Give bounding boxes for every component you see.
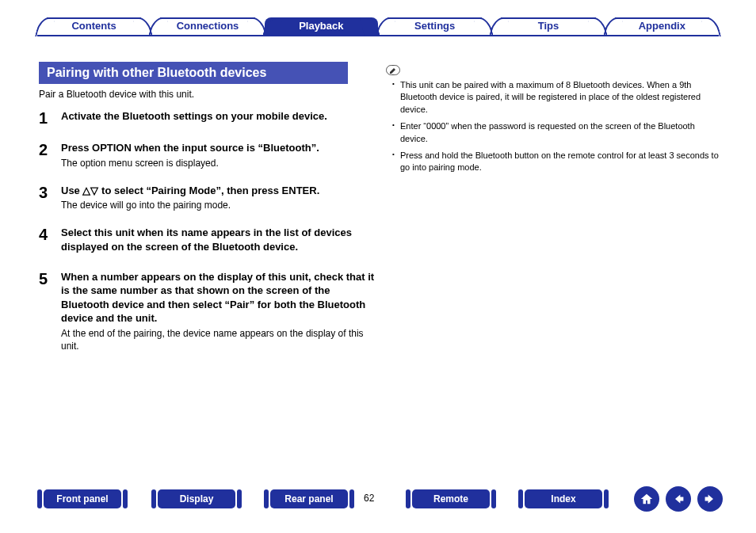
- step-title: When a number appears on the display of …: [61, 270, 376, 326]
- tab-appendix[interactable]: Appendix: [605, 17, 719, 35]
- tab-tips[interactable]: Tips: [491, 17, 605, 35]
- bottom-rear-panel[interactable]: Rear panel: [270, 489, 348, 508]
- notes-list: This unit can be paired with a maximum o…: [392, 79, 721, 179]
- home-icon[interactable]: [634, 486, 659, 512]
- note-item: Enter “0000” when the password is reques…: [392, 120, 721, 145]
- step-4: 4 Select this unit when its name appears…: [39, 226, 376, 255]
- step-3: 3 Use △▽ to select “Pairing Mode”, then …: [39, 184, 376, 212]
- bottom-bar: Front panel Display Rear panel 62 Remote…: [0, 489, 756, 521]
- step-title: Select this unit when its name appears i…: [61, 226, 376, 253]
- step-number: 1: [39, 109, 61, 127]
- step-sub: At the end of the pairing, the device na…: [61, 327, 376, 352]
- step-title: Activate the Bluetooth settings on your …: [61, 109, 327, 124]
- next-icon[interactable]: [697, 486, 723, 512]
- step-sub: The option menu screen is displayed.: [61, 157, 319, 169]
- step-title: Use △▽ to select “Pairing Mode”, then pr…: [61, 184, 319, 198]
- step-number: 5: [39, 270, 61, 353]
- note-item: Press and hold the Bluetooth button on t…: [392, 150, 721, 174]
- note-icon: [386, 65, 400, 75]
- bottom-front-panel[interactable]: Front panel: [44, 489, 121, 508]
- prev-icon[interactable]: [666, 486, 691, 512]
- step-5: 5 When a number appears on the display o…: [39, 270, 376, 353]
- tab-settings[interactable]: Settings: [378, 17, 491, 35]
- intro-text: Pair a Bluetooth device with this unit.: [39, 89, 194, 100]
- step-number: 3: [39, 184, 61, 212]
- step-title: Press OPTION when the input source is “B…: [61, 141, 319, 155]
- tab-connections[interactable]: Connections: [151, 17, 264, 35]
- bottom-remote[interactable]: Remote: [412, 489, 490, 508]
- step-number: 2: [39, 141, 61, 169]
- section-title: Pairing with other Bluetooth devices: [39, 62, 348, 84]
- step-1: 1 Activate the Bluetooth settings on you…: [39, 109, 376, 127]
- step-2: 2 Press OPTION when the input source is …: [39, 141, 376, 169]
- bottom-display[interactable]: Display: [158, 489, 235, 508]
- bottom-index[interactable]: Index: [525, 489, 602, 508]
- top-tab-bar: Contents Connections Playback Settings T…: [37, 17, 719, 36]
- note-item: This unit can be paired with a maximum o…: [392, 79, 721, 116]
- step-number: 4: [39, 226, 61, 255]
- tab-contents[interactable]: Contents: [37, 17, 151, 35]
- steps-list: 1 Activate the Bluetooth settings on you…: [39, 109, 376, 367]
- page-number: 62: [364, 493, 374, 504]
- step-sub: The device will go into the pairing mode…: [61, 199, 319, 211]
- tab-playback[interactable]: Playback: [265, 17, 378, 35]
